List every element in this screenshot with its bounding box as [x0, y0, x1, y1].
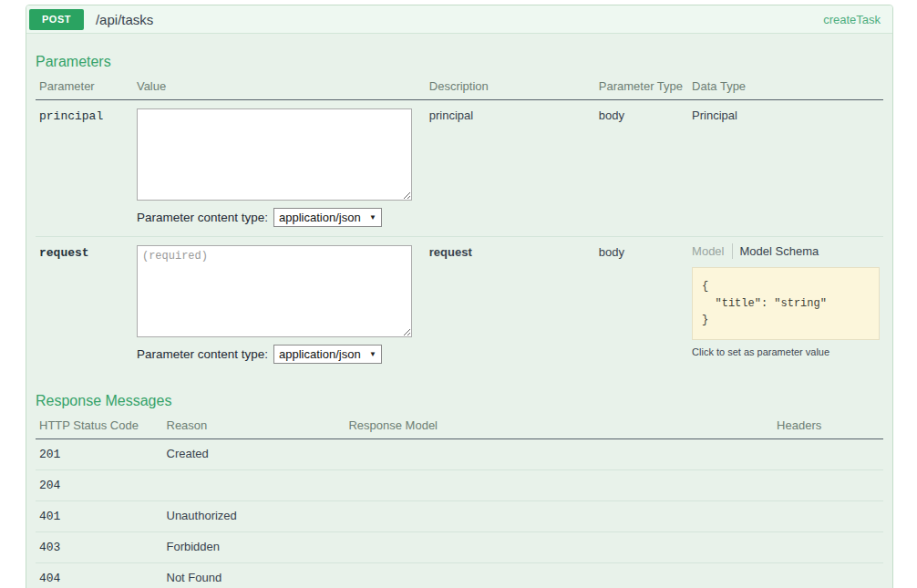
content-type-line: Parameter content type: application/json…: [137, 345, 422, 364]
col-header-reason: Reason: [163, 415, 345, 439]
reason: Forbidden: [167, 540, 221, 553]
response-messages-table: HTTP Status Code Reason Response Model H…: [36, 415, 883, 588]
param-value-textarea[interactable]: [137, 108, 412, 201]
response-model-cell: [345, 439, 773, 470]
response-row: 204: [36, 470, 883, 501]
param-data-type: Principal: [692, 108, 737, 122]
col-header-description: Description: [426, 76, 595, 100]
parameters-table: Parameter Value Description Parameter Ty…: [36, 76, 883, 373]
reason: Created: [167, 447, 209, 460]
col-header-data-type: Data Type: [688, 76, 883, 100]
param-type: body: [599, 245, 624, 259]
response-model-cell: [345, 470, 773, 501]
param-description: principal: [429, 108, 473, 122]
model-tab[interactable]: Model: [692, 244, 731, 258]
operation-id-link[interactable]: createTask: [823, 13, 890, 26]
status-code: 204: [39, 479, 60, 492]
content-type-label: Parameter content type:: [137, 347, 268, 361]
col-header-response-model: Response Model: [345, 415, 773, 439]
response-row: 401 Unauthorized: [36, 501, 883, 532]
parameter-row-request: request Parameter content type: applicat…: [36, 237, 883, 374]
headers-cell: [773, 439, 883, 470]
param-name: request: [39, 246, 89, 260]
col-header-parameter: Parameter: [36, 76, 133, 100]
col-header-headers: Headers: [773, 415, 883, 439]
response-row: 403 Forbidden: [36, 532, 883, 563]
response-model-cell: [345, 501, 773, 532]
model-schema-json: { "title": "string" }: [702, 278, 870, 329]
response-row: 404 Not Found: [36, 563, 883, 588]
headers-cell: [773, 563, 883, 588]
model-schema-tab[interactable]: Model Schema: [733, 244, 819, 258]
param-name: principal: [39, 109, 103, 123]
schema-hint: Click to set as parameter value: [692, 346, 880, 357]
status-code: 201: [39, 448, 60, 461]
parameters-section-title: Parameters: [36, 54, 883, 70]
param-description: request: [429, 245, 472, 259]
reason: Unauthorized: [167, 509, 237, 522]
param-value-textarea[interactable]: [137, 245, 412, 337]
content-type-line: Parameter content type: application/json…: [137, 208, 422, 227]
content-type-label: Parameter content type:: [137, 211, 268, 224]
response-row: 201 Created: [36, 439, 883, 470]
parameter-row-principal: principal Parameter content type: applic…: [36, 100, 883, 237]
endpoint-path-link[interactable]: /api/tasks: [96, 12, 153, 27]
headers-cell: [773, 501, 883, 532]
param-type: body: [599, 108, 624, 122]
http-method-badge: POST: [29, 9, 84, 30]
parameters-header-row: Parameter Value Description Parameter Ty…: [36, 76, 883, 100]
status-code: 404: [39, 572, 60, 585]
content-type-select[interactable]: application/json: [273, 345, 382, 364]
content-type-select[interactable]: application/json: [273, 208, 382, 227]
response-model-cell: [345, 532, 773, 563]
model-schema-snippet[interactable]: { "title": "string" }: [692, 267, 880, 340]
responses-section-title: Response Messages: [36, 393, 883, 409]
col-header-parameter-type: Parameter Type: [595, 76, 688, 100]
status-code: 401: [39, 510, 60, 523]
col-header-status-code: HTTP Status Code: [36, 415, 163, 439]
headers-cell: [773, 470, 883, 501]
response-model-cell: [345, 563, 773, 588]
operation-body: Parameters Parameter Value Description P…: [26, 34, 892, 588]
operation-header: POST /api/tasks createTask: [26, 5, 892, 34]
col-header-value: Value: [133, 76, 426, 100]
responses-header-row: HTTP Status Code Reason Response Model H…: [36, 415, 883, 439]
operation-panel: POST /api/tasks createTask Parameters Pa…: [26, 5, 893, 588]
headers-cell: [773, 532, 883, 563]
model-tabs: Model Model Schema: [692, 243, 880, 259]
status-code: 403: [39, 541, 60, 554]
reason: Not Found: [167, 571, 222, 584]
